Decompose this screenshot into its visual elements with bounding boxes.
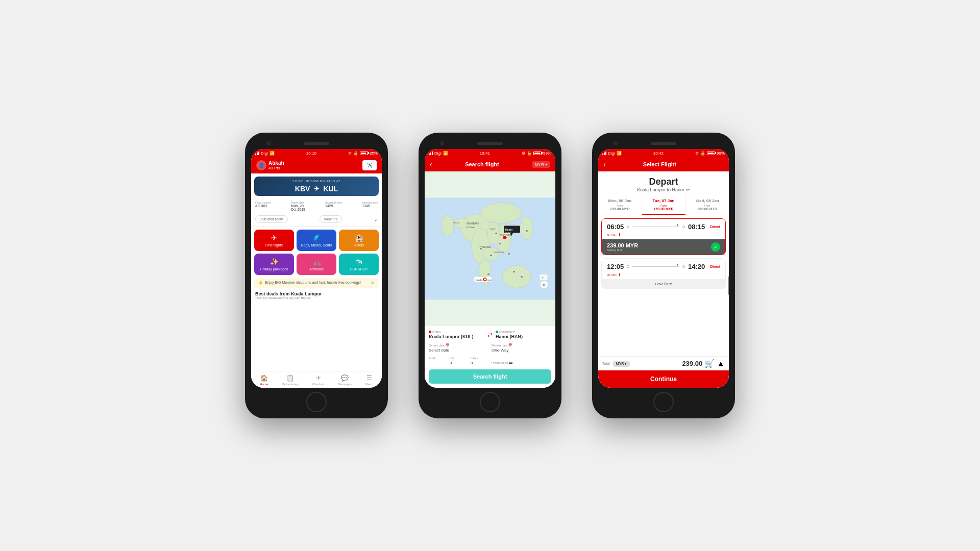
date-option-tue[interactable]: Tue, 07 Jan From 169.00 MYR — [642, 195, 686, 215]
flight-times-1: 06:05 08:15 Direct — [602, 219, 725, 233]
user-pts: 43 Pts — [268, 166, 284, 170]
svg-text:+: + — [542, 276, 544, 280]
status-bar-1: Digi 📶 16:10 ⚙ 🔒 85% — [251, 149, 382, 157]
svg-text:Kolkata: Kolkata — [453, 221, 460, 224]
dest-code: KUL — [323, 185, 338, 193]
expand-icon[interactable]: ▲ — [717, 359, 725, 368]
time-label: 16:10 — [306, 151, 316, 156]
feedback-tab[interactable]: Feedback — [728, 276, 729, 295]
wifi-icon: 📶 — [617, 151, 622, 156]
phone-2-speaker — [477, 142, 503, 145]
origin-value[interactable]: Kuala Lumpur (KUL) — [429, 334, 484, 339]
wifi-icon: 📶 — [270, 151, 275, 156]
chevron-down-icon: ▾ — [545, 162, 547, 167]
quick-actions-grid: ✈ Find flights 🧳 Bags, Meals, Seats 🏨 Ho… — [251, 227, 382, 278]
close-icon[interactable]: ✕ — [371, 281, 375, 286]
time-label: 10:41 — [480, 151, 490, 156]
battery-pct: 99% — [717, 151, 725, 156]
nav-bookings[interactable]: 📋 My bookings — [282, 374, 299, 386]
flight-card-1[interactable]: 06:05 08:15 Direct 3h 10m ℹ 239.00 MYR — [601, 218, 726, 255]
activities-button[interactable]: 🚲 Activities — [297, 254, 336, 275]
carrier-label: Digi — [608, 151, 615, 156]
selected-check-icon: ✓ — [711, 242, 720, 252]
battery-pct: 99% — [543, 151, 551, 156]
view-trip-button[interactable]: View trip — [320, 215, 342, 223]
svg-point-28 — [503, 236, 507, 240]
phone-2: Digi 📶 10:41 ⚙ 🔒 99% ‹ Search flight MYR… — [419, 133, 561, 418]
notification-text: Enjoy BIG Member discounts and fast, has… — [265, 281, 361, 284]
flight-card-2[interactable]: 12:05 14:20 Direct 3h 15m ℹ Low Fare — [601, 258, 726, 289]
app-logo: ✈️ — [362, 160, 377, 170]
svg-point-30 — [490, 254, 493, 257]
app-header-1: 👤 Atikah 43 Pts ✈️ — [251, 157, 382, 173]
hotels-button[interactable]: 🏨 Hotels — [339, 230, 379, 251]
lock-icon: 🔒 — [353, 151, 358, 156]
depart-subtitle: Kuala Lumpur to Hanoi ✏ — [604, 187, 723, 192]
warning-icon: ℹ — [619, 233, 620, 237]
nav-messages[interactable]: 💬 Messages — [338, 374, 352, 386]
swap-icon[interactable]: ⇄ — [487, 331, 493, 338]
bags-meals-seats-button[interactable]: 🧳 Bags, Meals, Seats — [297, 230, 336, 251]
bottom-nav: 🏠 Home 📋 My bookings ✈ Check-in 💬 Messag… — [251, 371, 382, 388]
dest-section: Destination Hanoi (HAN) — [496, 330, 551, 339]
svg-point-35 — [526, 230, 528, 232]
currency-selector[interactable]: MYR ▾ — [532, 161, 550, 168]
continue-button[interactable]: Continue — [598, 370, 729, 388]
deals-section: Best deals from Kuala Lumpur * For BIG M… — [251, 288, 382, 301]
carrier-label: Digi — [261, 151, 268, 156]
flight-times-2: 12:05 14:20 Direct — [602, 259, 725, 272]
phone-1-notch — [251, 139, 382, 148]
depart-section: Depart Kuala Lumpur to Hanoi ✏ — [598, 171, 729, 195]
depart-date-field: Depart date 📅 Select date — [429, 343, 488, 353]
camera-icon: 📷 — [509, 361, 512, 364]
calendar-icon: 📅 — [508, 343, 512, 347]
svg-point-8 — [502, 266, 531, 288]
expand-arrow-icon[interactable]: ⌄ — [374, 216, 378, 222]
notification-bar: 🔔 Enjoy BIG Member discounts and fast, h… — [254, 278, 379, 288]
holiday-icon: ✨ — [270, 258, 279, 266]
search-flight-button[interactable]: Search flight — [429, 369, 551, 384]
nav-home[interactable]: 🏠 Home — [260, 374, 268, 386]
date-option-wed[interactable]: Wed, 08 Jan From 209.00 MYR — [685, 195, 729, 215]
svg-point-12 — [481, 203, 522, 223]
battery-indicator — [707, 152, 715, 155]
kid-field: Kid 0 — [450, 357, 468, 365]
bell-icon: 🔔 — [258, 281, 263, 285]
nav-menu[interactable]: ☰ Menu — [365, 374, 373, 386]
home-button[interactable] — [480, 392, 500, 412]
svg-point-33 — [513, 270, 516, 273]
header-title: Search flight — [465, 161, 499, 167]
signal-icon — [255, 152, 259, 155]
edit-icon[interactable]: ✏ — [686, 187, 690, 192]
home-button[interactable] — [653, 392, 674, 412]
back-button[interactable]: ‹ — [603, 160, 606, 168]
date-option-mon[interactable]: Mon, 06 Jan From 209.00 MYR — [598, 195, 642, 215]
status-bar-2: Digi 📶 10:41 ⚙ 🔒 99% — [425, 149, 555, 157]
dest-value[interactable]: Hanoi (HAN) — [496, 334, 551, 339]
cart-icon[interactable]: 🛒 — [704, 359, 715, 368]
home-button[interactable] — [306, 392, 327, 412]
flight-actions: Join chat room View trip ⌄ — [251, 213, 382, 227]
join-chat-button[interactable]: Join chat room — [255, 215, 288, 223]
find-flights-button[interactable]: ✈ Find flights — [254, 230, 294, 251]
depart-time: 12:05 — [607, 263, 624, 270]
flight-route: KBV ✈ KUL — [258, 185, 375, 193]
holiday-packages-button[interactable]: ✨ Holiday packages — [254, 254, 294, 275]
plane-icon: ✈ — [314, 185, 319, 192]
home-icon: 🏠 — [260, 374, 268, 382]
deals-subtitle: * For BIG Members who pay with BigPay — [255, 296, 378, 299]
lock-icon: 🔒 — [527, 151, 532, 156]
banner-label: YOUR UPCOMING FLIGHT — [258, 180, 375, 183]
currency-selector[interactable]: MYR ▾ — [613, 361, 630, 367]
flight-list: 06:05 08:15 Direct 3h 10m ℹ 239.00 MYR — [598, 215, 729, 356]
nav-checkin[interactable]: ✈ Check-in — [312, 374, 325, 386]
settings-icon: ⚙ — [348, 151, 352, 156]
svg-point-37 — [495, 232, 498, 235]
svg-point-9 — [521, 217, 533, 240]
settings-icon: ⚙ — [522, 151, 525, 156]
back-button[interactable]: ‹ — [430, 160, 432, 168]
checkin-icon: ✈ — [316, 374, 321, 382]
status-bar-3: Digi 📶 10:42 ⚙ 🔒 99% — [598, 149, 729, 157]
ourshop-button[interactable]: 🛍 OURSHOP — [339, 254, 379, 275]
map-svg: MYANMAR (BURMA) THAILAND VIETNAM LAOS Ko… — [425, 171, 555, 326]
